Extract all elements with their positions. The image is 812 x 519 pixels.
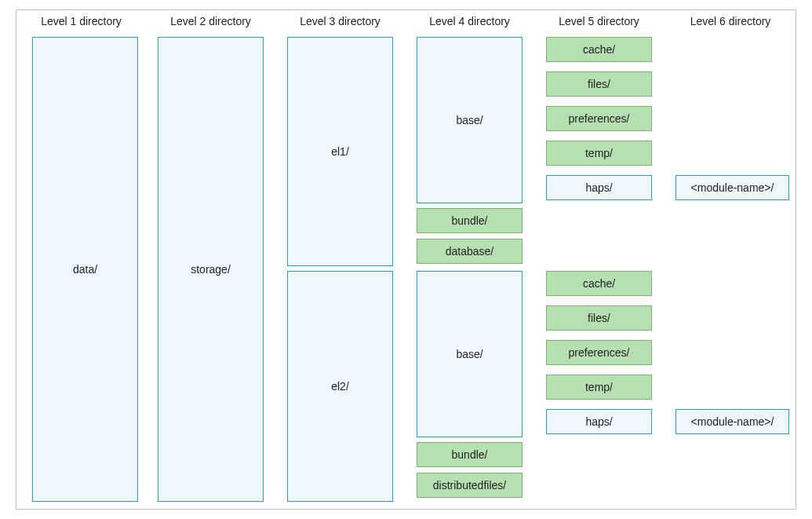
dir-el2-temp: temp/: [546, 375, 652, 400]
col-level-4: Level 4 directory base/ bundle/ database…: [405, 10, 534, 509]
header-level-2: Level 2 directory: [146, 15, 275, 27]
dir-el2-base: base/: [417, 271, 523, 437]
diagram-canvas: Level 1 directory data/ Level 2 director…: [0, 0, 812, 519]
dir-el1-preferences: preferences/: [546, 106, 652, 131]
dir-el2-bundle: bundle/: [417, 442, 523, 467]
dir-el2-haps: haps/: [546, 409, 652, 434]
dir-el2-distributedfiles: distributedfiles/: [417, 473, 523, 498]
dir-el1-module-name: <module-name>/: [675, 175, 789, 200]
header-level-3: Level 3 directory: [275, 15, 405, 27]
col-level-5: Level 5 directory cache/ files/ preferen…: [534, 10, 664, 509]
header-level-5: Level 5 directory: [534, 15, 664, 27]
dir-el1-temp: temp/: [546, 141, 652, 166]
dir-el1-files: files/: [546, 71, 652, 97]
header-level-1: Level 1 directory: [16, 15, 146, 27]
col-level-3: Level 3 directory el1/ el2/: [275, 10, 405, 509]
dir-el2-cache: cache/: [546, 271, 652, 296]
header-level-4: Level 4 directory: [405, 15, 534, 27]
dir-el1-bundle: bundle/: [417, 208, 523, 233]
header-level-6: Level 6 directory: [664, 15, 797, 27]
dir-el2-files: files/: [546, 305, 652, 331]
col-level-2: Level 2 directory storage/: [146, 10, 275, 509]
dir-el1-cache: cache/: [546, 37, 652, 62]
diagram-frame: Level 1 directory data/ Level 2 director…: [16, 9, 796, 510]
dir-storage: storage/: [158, 37, 264, 502]
dir-el2-module-name: <module-name>/: [675, 409, 789, 434]
col-level-1: Level 1 directory data/: [16, 10, 146, 509]
dir-el2-preferences: preferences/: [546, 340, 652, 365]
col-level-6: Level 6 directory <module-name>/ <module…: [664, 10, 797, 509]
dir-el1-base: base/: [417, 37, 523, 203]
dir-el1: el1/: [287, 37, 393, 266]
dir-el1-database: database/: [417, 239, 523, 264]
dir-data: data/: [32, 37, 138, 502]
dir-el2: el2/: [287, 271, 393, 502]
dir-el1-haps: haps/: [546, 175, 652, 200]
